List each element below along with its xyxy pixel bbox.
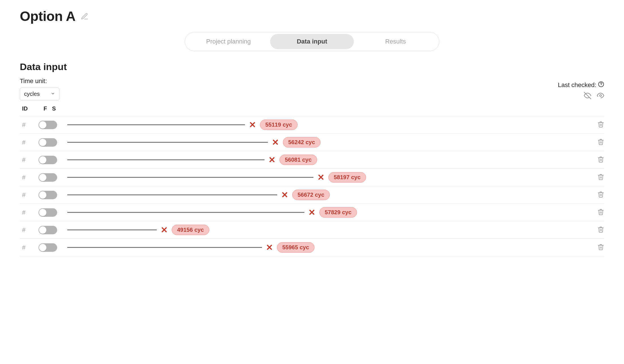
section-title: Data input xyxy=(20,61,604,72)
trash-icon[interactable] xyxy=(590,226,604,234)
trash-icon[interactable] xyxy=(590,209,604,216)
row-bar-area: ✕55965 cyc xyxy=(59,242,590,253)
row-toggle[interactable] xyxy=(38,156,59,164)
row-bar[interactable] xyxy=(67,124,245,125)
trash-icon[interactable] xyxy=(590,244,604,252)
row-toggle[interactable] xyxy=(38,121,59,129)
svg-point-1 xyxy=(601,85,601,86)
rows: #✕55119 cyc#✕56242 cyc#✕56081 cyc#✕58197… xyxy=(20,116,604,256)
row-bar[interactable] xyxy=(67,142,268,143)
trash-icon[interactable] xyxy=(590,156,604,164)
value-chip: 55119 cyc xyxy=(260,120,298,130)
row-bar-area: ✕49156 cyc xyxy=(59,225,590,235)
last-checked-label: Last checked: xyxy=(558,81,596,89)
row-bar[interactable] xyxy=(67,212,304,213)
table-row: #✕57829 cyc xyxy=(20,203,604,221)
row-id: # xyxy=(22,156,38,164)
table-row: #✕56242 cyc xyxy=(20,133,604,151)
chevron-down-icon xyxy=(51,91,55,97)
close-icon[interactable]: ✕ xyxy=(317,173,324,182)
table-row: #✕56081 cyc xyxy=(20,151,604,168)
table-row: #✕58197 cyc xyxy=(20,168,604,186)
trash-icon[interactable] xyxy=(590,138,604,146)
eye-off-icon xyxy=(584,92,591,100)
row-bar-area: ✕56081 cyc xyxy=(59,155,590,165)
edit-icon[interactable] xyxy=(81,12,89,20)
table-row: #✕55119 cyc xyxy=(20,116,604,133)
row-toggle[interactable] xyxy=(38,138,59,147)
row-toggle[interactable] xyxy=(38,226,59,234)
col-f: F xyxy=(38,105,52,112)
row-id: # xyxy=(22,174,38,181)
row-id: # xyxy=(22,244,38,251)
help-icon[interactable] xyxy=(598,81,604,89)
row-bar-area: ✕57829 cyc xyxy=(59,207,590,218)
row-bar-area: ✕56242 cyc xyxy=(59,137,590,148)
row-id: # xyxy=(22,191,38,199)
tab-project-planning[interactable]: Project planning xyxy=(187,34,270,49)
tabs: Project planning Data input Results xyxy=(185,32,439,51)
table-row: #✕56672 cyc xyxy=(20,186,604,203)
close-icon[interactable]: ✕ xyxy=(268,156,276,164)
close-icon[interactable]: ✕ xyxy=(281,191,288,199)
row-bar-area: ✕58197 cyc xyxy=(59,172,590,183)
time-unit-value: cycles xyxy=(24,91,40,97)
row-toggle[interactable] xyxy=(38,173,59,182)
row-bar-area: ✕55119 cyc xyxy=(59,120,590,130)
row-toggle[interactable] xyxy=(38,191,59,199)
close-icon[interactable]: ✕ xyxy=(308,208,315,217)
page-title: Option A xyxy=(20,8,76,24)
close-icon[interactable]: ✕ xyxy=(161,226,168,234)
tab-results[interactable]: Results xyxy=(354,34,437,49)
row-toggle[interactable] xyxy=(38,208,59,217)
time-unit-label: Time unit: xyxy=(20,77,59,85)
row-id: # xyxy=(22,139,38,146)
row-toggle[interactable] xyxy=(38,243,59,252)
value-chip: 49156 cyc xyxy=(172,225,209,235)
col-id: ID xyxy=(22,105,38,112)
value-chip: 56242 cyc xyxy=(283,137,320,148)
row-bar[interactable] xyxy=(67,247,262,248)
close-icon[interactable]: ✕ xyxy=(249,121,256,129)
svg-point-3 xyxy=(600,95,602,97)
close-icon[interactable]: ✕ xyxy=(266,243,273,252)
row-bar[interactable] xyxy=(67,229,157,230)
table-row: #✕55965 cyc xyxy=(20,239,604,256)
value-chip: 57829 cyc xyxy=(319,207,357,218)
tab-data-input[interactable]: Data input xyxy=(270,34,354,49)
time-unit-select[interactable]: cycles xyxy=(20,88,59,100)
row-id: # xyxy=(22,209,38,216)
row-bar[interactable] xyxy=(67,177,313,178)
row-bar-area: ✕56672 cyc xyxy=(59,190,590,200)
col-s: S xyxy=(52,105,66,112)
trash-icon[interactable] xyxy=(590,174,604,181)
row-bar[interactable] xyxy=(67,159,264,160)
row-id: # xyxy=(22,121,38,129)
table-row: #✕49156 cyc xyxy=(20,221,604,239)
row-id: # xyxy=(22,226,38,234)
trash-icon[interactable] xyxy=(590,191,604,199)
trash-icon[interactable] xyxy=(590,121,604,129)
value-chip: 56081 cyc xyxy=(279,155,317,165)
value-chip: 55965 cyc xyxy=(277,242,315,253)
value-chip: 56672 cyc xyxy=(292,190,330,200)
table-header: ID F S xyxy=(20,103,604,116)
row-bar[interactable] xyxy=(67,194,277,195)
value-chip: 58197 cyc xyxy=(328,172,366,183)
close-icon[interactable]: ✕ xyxy=(272,138,279,147)
